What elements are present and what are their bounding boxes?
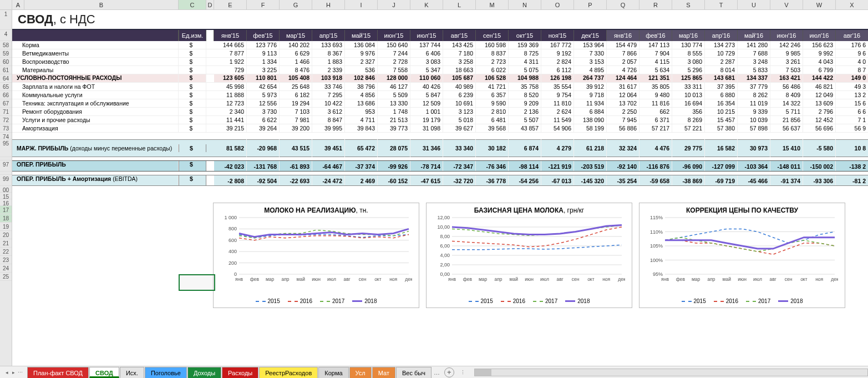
table-row[interactable]: Зарплата и налоги на ФОТ$45 99842 65425 … — [12, 83, 868, 91]
data-cell[interactable]: 35 805 — [639, 83, 672, 90]
data-cell[interactable]: 6 406 — [410, 49, 443, 57]
data-cell[interactable]: 7 945 — [607, 116, 639, 124]
summary-row[interactable]: МАРЖ. ПРИБЫЛЬ (доходы минус переменные р… — [12, 139, 868, 157]
data-cell[interactable]: 144 665 — [214, 41, 247, 49]
data-cell[interactable]: 12 556 — [247, 99, 280, 107]
data-cell[interactable]: 33 746 — [312, 83, 345, 90]
data-cell[interactable]: 126 198 — [541, 74, 574, 82]
select-all-corner[interactable] — [0, 0, 12, 9]
data-cell[interactable]: 8 014 — [705, 66, 738, 74]
data-cell[interactable]: 7 1 — [836, 116, 868, 124]
data-cell[interactable]: 4 311 — [509, 58, 541, 65]
summary-cell[interactable]: -24 472 — [312, 175, 345, 185]
data-cell[interactable]: 159 369 — [509, 41, 541, 49]
data-cell[interactable]: 9 976 — [345, 49, 378, 57]
data-cell[interactable]: 5 075 — [509, 66, 541, 74]
data-cell[interactable]: 110 801 — [247, 74, 280, 82]
data-cell[interactable]: 13 609 — [803, 99, 836, 107]
data-cell[interactable]: 10 039 — [738, 116, 770, 124]
row-headers[interactable]: 1458596061646566677172737495979900151617… — [0, 10, 12, 366]
data-cell[interactable]: 15 457 — [705, 116, 738, 124]
data-cell[interactable]: 11 934 — [574, 99, 607, 107]
table-row[interactable]: Техника: эксплуатация и обслуживание$12 … — [12, 99, 868, 108]
summary-cell[interactable]: -121 919 — [541, 161, 574, 171]
data-cell[interactable]: 2 810 — [476, 108, 509, 115]
summary-cell[interactable]: 29 775 — [672, 139, 705, 157]
col-I[interactable]: I — [345, 0, 378, 9]
table-row[interactable]: Услуги и прочие расходы$11 4416 6227 981… — [12, 116, 868, 124]
col-L[interactable]: L — [443, 0, 476, 9]
data-cell[interactable]: 10 422 — [312, 99, 345, 107]
sheet-tab[interactable]: Усл — [349, 367, 372, 378]
data-cell[interactable]: 154 479 — [607, 41, 639, 49]
data-cell[interactable]: 130 774 — [672, 41, 705, 49]
col-Q[interactable]: Q — [607, 0, 639, 9]
data-cell[interactable]: 8 367 — [312, 49, 345, 57]
data-cell[interactable]: 57 221 — [672, 124, 705, 132]
data-cell[interactable]: 16 694 — [672, 99, 705, 107]
data-cell[interactable]: 39 995 — [312, 124, 345, 132]
data-cell[interactable]: 3 080 — [672, 58, 705, 65]
col-H[interactable]: H — [312, 0, 345, 9]
data-cell[interactable]: 124 464 — [607, 74, 639, 82]
summary-cell[interactable]: -38 869 — [672, 175, 705, 185]
data-cell[interactable]: 6 022 — [476, 66, 509, 74]
column-headers[interactable]: A B C D E F G H I J K L M N O P Q R S T … — [0, 0, 868, 10]
summary-cell[interactable]: -92 140 — [607, 161, 639, 171]
data-cell[interactable]: 9 6 — [836, 49, 868, 57]
data-cell[interactable]: 58 199 — [574, 124, 607, 132]
data-cell[interactable]: 37 395 — [705, 83, 738, 90]
summary-cell[interactable]: -99 926 — [378, 161, 410, 171]
data-cell[interactable]: 4 0 — [836, 58, 868, 65]
data-cell[interactable]: 7 688 — [738, 49, 770, 57]
data-cell[interactable]: 149 0 — [836, 74, 868, 82]
tab-nav-first-icon[interactable]: ◂ — [3, 368, 10, 377]
data-cell[interactable]: 138 090 — [574, 116, 607, 124]
summary-cell[interactable]: -22 693 — [280, 175, 312, 185]
summary-cell[interactable]: -78 714 — [410, 161, 443, 171]
summary-cell[interactable]: 4 476 — [639, 139, 672, 157]
data-cell[interactable]: 7 981 — [280, 116, 312, 124]
data-cell[interactable]: 9 209 — [509, 99, 541, 107]
data-cell[interactable]: 123 776 — [247, 41, 280, 49]
col-U[interactable]: U — [738, 0, 770, 9]
data-cell[interactable]: 7 180 — [443, 49, 476, 57]
data-cell[interactable]: 123 605 — [214, 74, 247, 82]
data-cell[interactable]: 31 098 — [410, 124, 443, 132]
data-cell[interactable]: 2 340 — [214, 108, 247, 115]
data-cell[interactable]: 49 3 — [836, 83, 868, 90]
data-cell[interactable]: 31 617 — [607, 83, 639, 90]
table-row[interactable]: УСЛОВНО-ПОСТОЯННЫЕ РАСХОДЫ$123 605110 80… — [12, 74, 868, 83]
col-N[interactable]: N — [509, 0, 541, 9]
data-cell[interactable]: 19 179 — [410, 116, 443, 124]
data-cell[interactable]: 3 261 — [770, 58, 803, 65]
data-cell[interactable]: 2 796 — [803, 108, 836, 115]
data-cell[interactable]: 6 481 — [476, 116, 509, 124]
summary-cell[interactable]: 81 582 — [214, 139, 247, 157]
data-cell[interactable]: 134 273 — [705, 41, 738, 49]
data-cell[interactable]: 7 866 — [607, 49, 639, 57]
data-cell[interactable]: 6 182 — [280, 91, 312, 99]
summary-row[interactable]: ОПЕР. ПРИБЫЛЬ + Амортизация (EBITDA)$-2 … — [12, 175, 868, 186]
summary-cell[interactable]: 16 582 — [705, 139, 738, 157]
data-cell[interactable]: 729 — [214, 66, 247, 74]
data-cell[interactable]: 5 973 — [247, 91, 280, 99]
data-cell[interactable]: 35 554 — [541, 83, 574, 90]
sheet-tab[interactable]: Мат — [372, 367, 395, 378]
data-cell[interactable]: 39 264 — [247, 124, 280, 132]
summary-cell[interactable]: -103 364 — [738, 161, 770, 171]
data-cell[interactable]: 12 723 — [214, 99, 247, 107]
data-cell[interactable]: 8 269 — [672, 116, 705, 124]
summary-cell[interactable]: -32 720 — [443, 175, 476, 185]
data-cell[interactable]: 40 989 — [443, 83, 476, 90]
data-cell[interactable]: 6 239 — [443, 91, 476, 99]
data-cell[interactable]: 12 509 — [410, 99, 443, 107]
summary-cell[interactable]: -20 968 — [247, 139, 280, 157]
summary-cell[interactable]: -5 580 — [803, 139, 836, 157]
sheet-tab[interactable]: Расходы — [222, 367, 258, 378]
data-cell[interactable]: 143 425 — [443, 41, 476, 49]
summary-cell[interactable]: -131 768 — [247, 161, 280, 171]
data-cell[interactable]: 13 330 — [378, 99, 410, 107]
sheet-tabs-bar[interactable]: ◂ ▸ ⋯ План-факт СВОДСВОДИсх.ПоголовьеДох… — [0, 366, 868, 378]
data-cell[interactable]: 8 520 — [509, 91, 541, 99]
